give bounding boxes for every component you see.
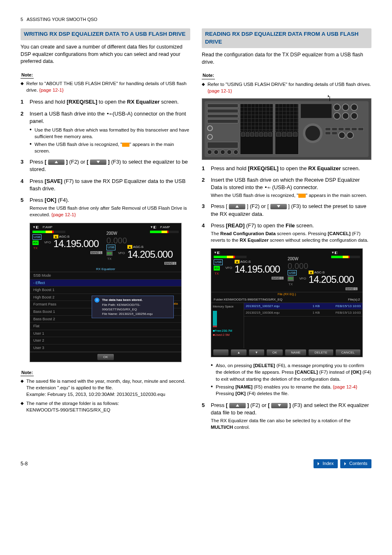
zero: 0.000: [288, 262, 308, 270]
step-1: Press and hold [RXEQ/SEL] to open the RX…: [21, 98, 190, 106]
t: (F7) to open the: [244, 222, 286, 229]
t: Press and hold: [30, 99, 67, 105]
svg-marker-4: [236, 404, 239, 407]
freq-b: 14.205.000: [127, 250, 173, 259]
up-key-icon: [48, 160, 65, 165]
fbtn: DELETE: [309, 349, 333, 356]
t: Press: [30, 178, 45, 184]
step-4: Press [READ] (F7) to open the File scree…: [202, 222, 371, 243]
page-link[interactable]: {page 12-1}: [51, 212, 76, 217]
key: [RXEQ/SEL]: [67, 99, 97, 105]
pow: 200W: [106, 231, 127, 236]
key: [OK]: [235, 391, 246, 396]
t: When the USB flash drive is recognized, …: [211, 193, 298, 198]
memspace-label: Memory Space: [213, 305, 242, 309]
bullet: When the USB flash drive is recognized, …: [30, 141, 190, 154]
t: Press and hold: [211, 165, 248, 171]
tx-tag: TX: [288, 282, 293, 287]
page-link[interactable]: {page 12-4}: [333, 384, 357, 389]
down-key-icon: [271, 403, 288, 408]
usb-tag: USB: [288, 270, 297, 275]
t: Press [: [211, 203, 229, 209]
tx-tag: TX: [214, 271, 219, 276]
screen-name: File: [286, 222, 295, 229]
t: (F2) or: [68, 159, 87, 165]
freq-b: 14.205.000: [309, 275, 354, 284]
svg-marker-2: [235, 205, 239, 208]
t: Pressing: [216, 384, 235, 389]
t: The: [211, 231, 220, 236]
ok-button: OK: [97, 354, 114, 360]
freq-a: 14.195.000: [235, 264, 280, 274]
t: Formant Pass: [33, 302, 56, 306]
vfo: VFO: [225, 266, 232, 270]
info-icon: i: [95, 298, 99, 303]
list-item: User 2: [30, 337, 181, 345]
t: The name of the storage folder is as fol…: [26, 401, 119, 406]
t: Press: [30, 197, 45, 203]
page-link[interactable]: {page 12-1}: [208, 88, 232, 93]
t: KENWOOD/TS-990/SETTINGS/RX_EQ: [26, 407, 110, 412]
fn: 20130215_100327.equ: [246, 304, 303, 308]
fbtn: OK: [267, 349, 283, 356]
t: ] (F2) or [: [245, 203, 270, 209]
freq-a: 14.195.000: [53, 239, 99, 249]
band: BAND 1: [164, 262, 176, 265]
right-section-title: READING RX DSP EQUALIZER DATA FROM A USB…: [202, 28, 371, 48]
right-steps: Press and hold [RXEQ/SEL] to open the RX…: [202, 165, 371, 243]
folder-path: Folder:KENWOOD/TS-990/SETTINGS/RX_EQ: [214, 297, 282, 302]
fbtn: [213, 349, 228, 356]
pamp: P.AMP: [160, 225, 170, 229]
contents-button[interactable]: Contents: [340, 459, 371, 468]
key: [OK]: [45, 197, 56, 203]
screenshot-file: ▼◧ USB RX TX VFO ▲AGC-S 14.195.000: [211, 248, 363, 357]
up-key-icon: [229, 403, 246, 408]
t: screen without selecting the configurati…: [269, 238, 369, 243]
screenshot-saving: ▼◧ P.AMP USB RX TX VFO ▲AGC-S 14.195.000: [30, 223, 182, 362]
screen-name: RX Equalizer: [127, 99, 159, 105]
step-3: Press [ ] (F2) or [ ] (F3) to select the…: [21, 158, 190, 173]
t: Read Configuration Data: [220, 231, 276, 236]
usb-tag: USB: [32, 234, 42, 240]
t: Insert a USB flash drive into the: [30, 111, 106, 117]
save-dialog: i The data has been stored. File Path: K…: [92, 296, 174, 318]
left-intro: You can create and save a number of diff…: [21, 44, 190, 65]
t: File Name: 20130215_100256.equ: [102, 312, 152, 316]
page-header: 5 ASSISTING YOUR SMOOTH QSO: [21, 16, 371, 23]
chapter-num: 5: [21, 17, 23, 22]
t: (F5) enables you to rename the data.: [252, 384, 333, 389]
label: Index: [323, 460, 334, 467]
down-key-icon: [270, 204, 287, 209]
t: (F7) instead of: [318, 370, 351, 375]
t: (USB-A) connector.: [271, 184, 318, 190]
step-2: Insert the USB flash drive on which the …: [202, 176, 371, 199]
index-button[interactable]: Index: [314, 459, 338, 468]
tx-tag: TX: [32, 246, 38, 250]
note-label: Note:: [21, 72, 34, 79]
t: screen.: [160, 99, 179, 105]
tx-tag: TX: [106, 257, 112, 261]
band: BAND 1: [90, 251, 102, 254]
bullet: Use the USB flash drive which was format…: [30, 127, 190, 140]
step-1: Press and hold [RXEQ/SEL] to open the RX…: [202, 165, 371, 172]
list-item: High Boost 1: [30, 287, 181, 294]
label: Contents: [349, 460, 367, 467]
t: to open the: [279, 165, 308, 171]
bullet: Pressing [NAME] (F5) enables you to rena…: [211, 384, 371, 397]
page-link[interactable]: {page 12-1}: [39, 88, 63, 92]
key: [READ]: [226, 222, 245, 229]
t: (F4).: [56, 197, 69, 203]
t: Press: [211, 222, 226, 229]
usb-tag: USB: [214, 259, 223, 265]
key: [NAME]: [235, 384, 253, 389]
t: control.: [233, 425, 250, 430]
step-5: Press [ ] (F2) or [ ] (F3) and select th…: [202, 402, 371, 431]
t: Press: [30, 159, 45, 165]
fn: 20130215_100308.equ: [246, 310, 303, 315]
note3: The name of the storage folder is as fol…: [21, 400, 190, 413]
step-2: Insert a USB flash drive into the •⇐(USB…: [21, 110, 190, 155]
t: The data has been stored.: [102, 298, 143, 302]
step-5: Press [OK] (F4). Remove the USB flash dr…: [21, 197, 190, 218]
note2: The saved file is named with the year, m…: [21, 378, 190, 398]
rx-tag: RX: [32, 240, 39, 245]
